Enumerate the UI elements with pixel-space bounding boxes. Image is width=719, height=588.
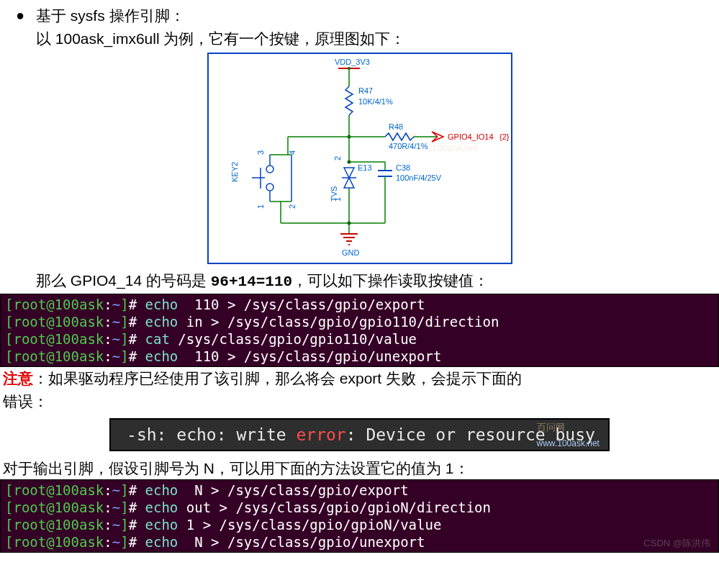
pin1: 1 bbox=[256, 204, 265, 209]
error-wm-bottom: www.100ask.net bbox=[537, 438, 600, 448]
error-word: error bbox=[296, 425, 345, 444]
key-circle-bot bbox=[266, 184, 273, 191]
r48-label: R48 bbox=[389, 122, 403, 131]
vdd-label: VDD_3V3 bbox=[335, 58, 370, 66]
r47-resistor bbox=[345, 86, 353, 115]
tvs-pin2: 2 bbox=[333, 156, 342, 160]
tvs-tri-bot bbox=[344, 178, 354, 188]
calc-line: 那么 GPIO4_14 的号码是 96+14=110，可以如下操作读取按键值： bbox=[0, 269, 719, 294]
tvs-tri-top bbox=[344, 168, 354, 178]
note-label: 注意 bbox=[3, 370, 33, 386]
term2-row-3: [root@100ask:~]# echo N > /sys/class/gpi… bbox=[5, 533, 714, 551]
error-wrap: 百问网 -sh: echo: write error: Device or re… bbox=[0, 418, 719, 451]
term2-row-1: [root@100ask:~]# echo out > /sys/class/g… bbox=[5, 499, 714, 516]
key-circle-top bbox=[266, 166, 273, 173]
term1-row-1: [root@100ask:~]# echo in > /sys/class/gp… bbox=[5, 313, 714, 330]
term1-row-0: [root@100ask:~]# echo 110 > /sys/class/g… bbox=[5, 296, 714, 313]
term1-row-3: [root@100ask:~]# echo 110 > /sys/class/g… bbox=[5, 348, 714, 365]
schematic-svg: 100ask.net 百问网 VDD_3V3 R47 10K/4/1% R48 … bbox=[209, 54, 511, 263]
term1-row-2: [root@100ask:~]# cat /sys/class/gpio/gpi… bbox=[5, 330, 714, 348]
error-pre: -sh: echo: write bbox=[127, 425, 296, 444]
bullet-text: 基于 sysfs 操作引脚： bbox=[36, 7, 185, 24]
schematic-box: 100ask.net 百问网 VDD_3V3 R47 10K/4/1% R48 … bbox=[207, 53, 512, 264]
note-block: 注意：如果驱动程序已经使用了该引脚，那么将会 export 失败，会提示下面的 … bbox=[0, 367, 719, 414]
term2-row-2: [root@100ask:~]# echo 1 > /sys/class/gpi… bbox=[5, 516, 714, 533]
intro-line: 以 100ask_imx6ull 为例，它有一个按键，原理图如下： bbox=[0, 27, 719, 50]
pin4: 4 bbox=[288, 150, 297, 155]
bullet-line: ●基于 sysfs 操作引脚： bbox=[0, 4, 719, 27]
schematic-watermark: 100ask.net bbox=[432, 143, 478, 153]
error-box: 百问网 -sh: echo: write error: Device or re… bbox=[109, 418, 610, 451]
e13-label: E13 bbox=[358, 163, 372, 172]
calc-bold: 96+14=110 bbox=[211, 273, 292, 290]
bullet-dot: ● bbox=[16, 4, 36, 26]
key-label: KEY2 bbox=[230, 162, 239, 182]
gpio-label: GPIO4_IO14 bbox=[448, 132, 494, 141]
c38-val: 100nF/4/25V bbox=[396, 173, 442, 182]
tvs-pin1: 1 bbox=[333, 197, 342, 202]
term2-row-0: [root@100ask:~]# echo N > /sys/class/gpi… bbox=[5, 481, 714, 499]
r47-val: 10K/4/1% bbox=[358, 97, 393, 106]
pin2: 2 bbox=[288, 204, 297, 209]
output-intro: 对于输出引脚，假设引脚号为 N，可以用下面的方法设置它的值为 1： bbox=[0, 457, 719, 480]
terminal-block-1: [root@100ask:~]# echo 110 > /sys/class/g… bbox=[0, 294, 719, 367]
calc-post: ，可以如下操作读取按键值： bbox=[292, 272, 489, 289]
calc-pre: 那么 GPIO4_14 的号码是 bbox=[36, 272, 211, 289]
note-text2: 错误： bbox=[3, 393, 48, 410]
r47-label: R47 bbox=[358, 86, 373, 95]
error-bg: -sh: echo: write error: Device or resour… bbox=[111, 420, 608, 450]
terminal-block-2: [root@100ask:~]# echo N > /sys/class/gpi… bbox=[0, 479, 719, 553]
c38-label: C38 bbox=[396, 163, 410, 172]
csdn-watermark: CSDN @陈洪伟 bbox=[643, 537, 710, 550]
error-wm-top: 百问网 bbox=[537, 421, 565, 434]
gpio-net: {2} bbox=[499, 132, 510, 141]
r48-val: 470R/4/1% bbox=[389, 142, 428, 150]
pin3: 3 bbox=[256, 150, 265, 155]
gnd-label: GND bbox=[342, 248, 360, 257]
schematic-wrap: 100ask.net 百问网 VDD_3V3 R47 10K/4/1% R48 … bbox=[0, 53, 719, 268]
note-text1: ：如果驱动程序已经使用了该引脚，那么将会 export 失败，会提示下面的 bbox=[33, 370, 522, 386]
